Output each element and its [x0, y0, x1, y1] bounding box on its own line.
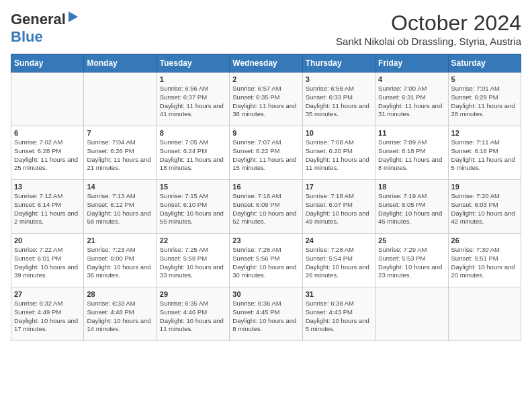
table-row	[448, 287, 521, 341]
header-sunday: Sunday	[11, 54, 84, 73]
day-info: Sunrise: 7:18 AM Sunset: 6:07 PM Dayligh…	[306, 192, 372, 226]
table-row: 31Sunrise: 6:38 AM Sunset: 4:43 PM Dayli…	[302, 287, 375, 341]
table-row: 4Sunrise: 7:00 AM Sunset: 6:31 PM Daylig…	[375, 73, 448, 126]
table-row: 26Sunrise: 7:30 AM Sunset: 5:51 PM Dayli…	[448, 234, 521, 287]
day-header-row: Sunday Monday Tuesday Wednesday Thursday…	[11, 54, 521, 73]
day-info: Sunrise: 7:01 AM Sunset: 6:29 PM Dayligh…	[451, 85, 518, 119]
calendar-title: October 2024	[336, 11, 521, 36]
calendar-week-row: 27Sunrise: 6:32 AM Sunset: 4:49 PM Dayli…	[11, 287, 521, 341]
day-info: Sunrise: 7:15 AM Sunset: 6:10 PM Dayligh…	[160, 192, 226, 226]
title-block: October 2024 Sankt Nikolai ob Drassling,…	[336, 11, 521, 47]
day-info: Sunrise: 7:05 AM Sunset: 6:24 PM Dayligh…	[160, 138, 226, 173]
day-number: 6	[14, 129, 81, 137]
day-number: 3	[306, 75, 372, 83]
calendar-week-row: 13Sunrise: 7:12 AM Sunset: 6:14 PM Dayli…	[11, 180, 521, 234]
day-number: 26	[451, 236, 518, 244]
day-number: 19	[451, 183, 518, 191]
calendar-subtitle: Sankt Nikolai ob Drassling, Styria, Aust…	[336, 36, 521, 47]
table-row: 14Sunrise: 7:13 AM Sunset: 6:12 PM Dayli…	[84, 180, 157, 234]
page-header: General Blue October 2024 Sankt Nikolai …	[11, 11, 521, 47]
day-info: Sunrise: 6:36 AM Sunset: 4:45 PM Dayligh…	[232, 300, 299, 334]
day-number: 25	[378, 236, 445, 244]
day-info: Sunrise: 7:26 AM Sunset: 5:56 PM Dayligh…	[232, 246, 299, 280]
table-row: 1Sunrise: 6:56 AM Sunset: 6:37 PM Daylig…	[157, 73, 229, 126]
table-row: 20Sunrise: 7:22 AM Sunset: 6:01 PM Dayli…	[11, 234, 84, 287]
day-number: 30	[232, 290, 299, 298]
header-monday: Monday	[84, 54, 157, 73]
logo-general-text: General	[11, 11, 66, 28]
calendar-table: Sunday Monday Tuesday Wednesday Thursday…	[11, 54, 521, 341]
day-number: 27	[14, 290, 81, 298]
table-row: 9Sunrise: 7:07 AM Sunset: 6:22 PM Daylig…	[230, 126, 302, 180]
table-row: 28Sunrise: 6:33 AM Sunset: 4:48 PM Dayli…	[84, 287, 157, 341]
table-row: 27Sunrise: 6:32 AM Sunset: 4:49 PM Dayli…	[11, 287, 84, 341]
day-number: 20	[14, 236, 81, 244]
day-info: Sunrise: 7:02 AM Sunset: 6:28 PM Dayligh…	[14, 138, 81, 173]
day-number: 10	[306, 129, 372, 137]
day-info: Sunrise: 7:20 AM Sunset: 6:03 PM Dayligh…	[451, 192, 518, 226]
table-row: 21Sunrise: 7:23 AM Sunset: 6:00 PM Dayli…	[84, 234, 157, 287]
table-row: 22Sunrise: 7:25 AM Sunset: 5:58 PM Dayli…	[157, 234, 229, 287]
logo-triangle-icon	[69, 11, 78, 22]
table-row: 15Sunrise: 7:15 AM Sunset: 6:10 PM Dayli…	[157, 180, 229, 234]
day-info: Sunrise: 6:56 AM Sunset: 6:37 PM Dayligh…	[160, 85, 226, 119]
day-number: 7	[87, 129, 153, 137]
table-row	[11, 73, 84, 126]
day-number: 15	[160, 183, 226, 191]
day-number: 31	[306, 290, 372, 298]
day-info: Sunrise: 7:19 AM Sunset: 6:05 PM Dayligh…	[378, 192, 445, 226]
header-thursday: Thursday	[302, 54, 375, 73]
calendar-week-row: 6Sunrise: 7:02 AM Sunset: 6:28 PM Daylig…	[11, 126, 521, 180]
logo: General Blue	[11, 11, 78, 46]
day-number: 28	[87, 290, 153, 298]
table-row	[84, 73, 157, 126]
day-number: 17	[306, 183, 372, 191]
table-row: 11Sunrise: 7:09 AM Sunset: 6:18 PM Dayli…	[375, 126, 448, 180]
day-info: Sunrise: 6:57 AM Sunset: 6:35 PM Dayligh…	[232, 85, 299, 119]
table-row: 16Sunrise: 7:16 AM Sunset: 6:09 PM Dayli…	[230, 180, 302, 234]
header-friday: Friday	[375, 54, 448, 73]
table-row: 8Sunrise: 7:05 AM Sunset: 6:24 PM Daylig…	[157, 126, 229, 180]
table-row: 10Sunrise: 7:08 AM Sunset: 6:20 PM Dayli…	[302, 126, 375, 180]
day-number: 5	[451, 75, 518, 83]
day-info: Sunrise: 7:16 AM Sunset: 6:09 PM Dayligh…	[232, 192, 299, 226]
table-row	[375, 287, 448, 341]
table-row: 13Sunrise: 7:12 AM Sunset: 6:14 PM Dayli…	[11, 180, 84, 234]
day-number: 13	[14, 183, 81, 191]
day-info: Sunrise: 7:25 AM Sunset: 5:58 PM Dayligh…	[160, 246, 226, 280]
day-info: Sunrise: 7:29 AM Sunset: 5:53 PM Dayligh…	[378, 246, 445, 280]
header-tuesday: Tuesday	[157, 54, 229, 73]
day-info: Sunrise: 6:58 AM Sunset: 6:33 PM Dayligh…	[306, 85, 372, 119]
table-row: 7Sunrise: 7:04 AM Sunset: 6:26 PM Daylig…	[84, 126, 157, 180]
day-info: Sunrise: 7:11 AM Sunset: 6:16 PM Dayligh…	[451, 138, 518, 173]
day-info: Sunrise: 7:04 AM Sunset: 6:26 PM Dayligh…	[87, 138, 153, 173]
day-info: Sunrise: 7:00 AM Sunset: 6:31 PM Dayligh…	[378, 85, 445, 119]
calendar-week-row: 20Sunrise: 7:22 AM Sunset: 6:01 PM Dayli…	[11, 234, 521, 287]
table-row: 18Sunrise: 7:19 AM Sunset: 6:05 PM Dayli…	[375, 180, 448, 234]
table-row: 25Sunrise: 7:29 AM Sunset: 5:53 PM Dayli…	[375, 234, 448, 287]
day-number: 29	[160, 290, 226, 298]
day-number: 8	[160, 129, 226, 137]
day-info: Sunrise: 7:07 AM Sunset: 6:22 PM Dayligh…	[232, 138, 299, 173]
day-number: 9	[232, 129, 299, 137]
day-info: Sunrise: 6:38 AM Sunset: 4:43 PM Dayligh…	[306, 300, 372, 334]
day-number: 21	[87, 236, 153, 244]
day-number: 12	[451, 129, 518, 137]
day-info: Sunrise: 7:09 AM Sunset: 6:18 PM Dayligh…	[378, 138, 445, 173]
day-info: Sunrise: 7:08 AM Sunset: 6:20 PM Dayligh…	[306, 138, 372, 173]
day-number: 1	[160, 75, 226, 83]
day-info: Sunrise: 7:22 AM Sunset: 6:01 PM Dayligh…	[14, 246, 81, 280]
table-row: 6Sunrise: 7:02 AM Sunset: 6:28 PM Daylig…	[11, 126, 84, 180]
day-info: Sunrise: 7:13 AM Sunset: 6:12 PM Dayligh…	[87, 192, 153, 226]
table-row: 12Sunrise: 7:11 AM Sunset: 6:16 PM Dayli…	[448, 126, 521, 180]
table-row: 17Sunrise: 7:18 AM Sunset: 6:07 PM Dayli…	[302, 180, 375, 234]
day-number: 16	[232, 183, 299, 191]
table-row: 24Sunrise: 7:28 AM Sunset: 5:54 PM Dayli…	[302, 234, 375, 287]
day-number: 23	[232, 236, 299, 244]
day-info: Sunrise: 6:32 AM Sunset: 4:49 PM Dayligh…	[14, 300, 81, 334]
table-row: 30Sunrise: 6:36 AM Sunset: 4:45 PM Dayli…	[230, 287, 302, 341]
day-info: Sunrise: 6:33 AM Sunset: 4:48 PM Dayligh…	[87, 300, 153, 334]
table-row: 3Sunrise: 6:58 AM Sunset: 6:33 PM Daylig…	[302, 73, 375, 126]
day-number: 4	[378, 75, 445, 83]
table-row: 29Sunrise: 6:35 AM Sunset: 4:46 PM Dayli…	[157, 287, 229, 341]
